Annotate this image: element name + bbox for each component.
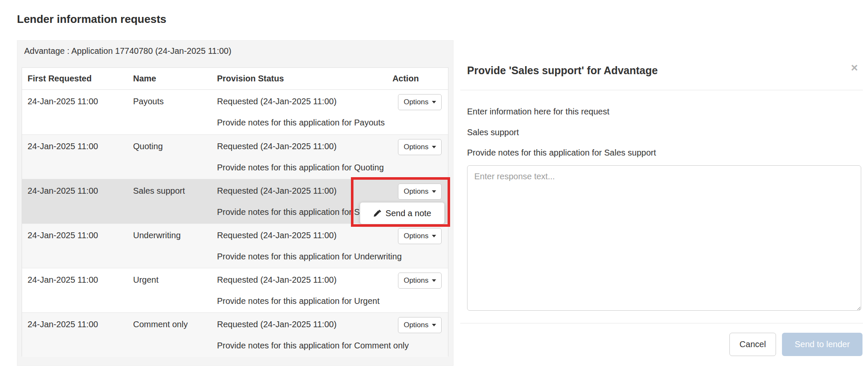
send-a-note-label: Send a note [386,209,431,218]
close-icon[interactable]: × [851,62,858,74]
col-name: Name [128,68,211,89]
options-button[interactable]: Options [398,94,442,110]
table-row: 24-Jan-2025 11:00 Comment only Requested… [22,312,448,357]
options-button-sales-support[interactable]: Options [398,184,442,200]
modal-request-name: Sales support [467,127,519,137]
cancel-button[interactable]: Cancel [729,333,776,356]
cell-provision-status: Requested (24-Jan-2025 11:00) [211,135,363,155]
application-header: Advantage : Application 17740780 (24-Jan… [24,46,231,56]
caret-down-icon [432,324,436,326]
cell-name: Quoting [128,135,211,155]
cell-first-requested: 24-Jan-2025 11:00 [22,179,128,200]
caret-down-icon [432,146,436,148]
row-note: Provide notes for this application for C… [217,341,409,351]
pencil-icon [373,209,381,217]
options-button[interactable]: Options [398,139,442,155]
modal-title: Provide 'Sales support' for Advantage [467,64,658,77]
row-note: Provide notes for this application for U… [217,252,402,262]
cell-first-requested: 24-Jan-2025 11:00 [22,268,128,289]
options-button[interactable]: Options [398,317,442,333]
cell-name: Comment only [128,313,211,333]
cell-name: Urgent [128,268,211,289]
modal-footer-divider [460,323,863,323]
row-note: Provide notes for this application for U… [217,296,380,306]
cell-provision-status: Requested (24-Jan-2025 11:00) [211,224,363,244]
modal-header-divider [460,90,863,90]
col-action: Action [363,68,448,89]
modal-instruction: Enter information here for this request [467,106,609,117]
caret-down-icon [432,235,436,237]
cell-provision-status: Requested (24-Jan-2025 11:00) [211,179,363,200]
table-row: 24-Jan-2025 11:00 Underwriting Requested… [22,223,448,268]
options-button[interactable]: Options [398,228,442,244]
cell-provision-status: Requested (24-Jan-2025 11:00) [211,90,363,110]
table-row: 24-Jan-2025 11:00 Quoting Requested (24-… [22,134,448,179]
response-textarea[interactable] [467,165,861,311]
cell-provision-status: Requested (24-Jan-2025 11:00) [211,313,363,333]
page-title: Lender information requests [17,13,167,26]
cell-first-requested: 24-Jan-2025 11:00 [22,313,128,333]
caret-down-icon [432,190,436,193]
cell-first-requested: 24-Jan-2025 11:00 [22,90,128,110]
table-row: 24-Jan-2025 11:00 Payouts Requested (24-… [22,90,448,134]
cell-name: Underwriting [128,224,211,244]
cell-name: Sales support [128,179,211,200]
row-note: Provide notes for this application for Q… [217,163,384,173]
caret-down-icon [432,101,436,103]
cell-first-requested: 24-Jan-2025 11:00 [22,135,128,155]
col-provision-status: Provision Status [211,68,363,89]
caret-down-icon [432,279,436,282]
modal-request-note: Provide notes for this application for S… [467,148,656,158]
cell-provision-status: Requested (24-Jan-2025 11:00) [211,268,363,289]
table-row: 24-Jan-2025 11:00 Urgent Requested (24-J… [22,268,448,312]
send-to-lender-button[interactable]: Send to lender [782,333,862,356]
provide-info-modal: Provide 'Sales support' for Advantage × … [460,59,863,361]
options-button[interactable]: Options [398,273,442,289]
send-a-note-menu-item[interactable]: Send a note [360,202,445,224]
cell-name: Payouts [128,90,211,110]
cell-first-requested: 24-Jan-2025 11:00 [22,224,128,244]
table-header-row: First Requested Name Provision Status Ac… [22,68,448,90]
row-note: Provide notes for this application for P… [217,118,385,128]
col-first-requested: First Requested [22,68,128,89]
